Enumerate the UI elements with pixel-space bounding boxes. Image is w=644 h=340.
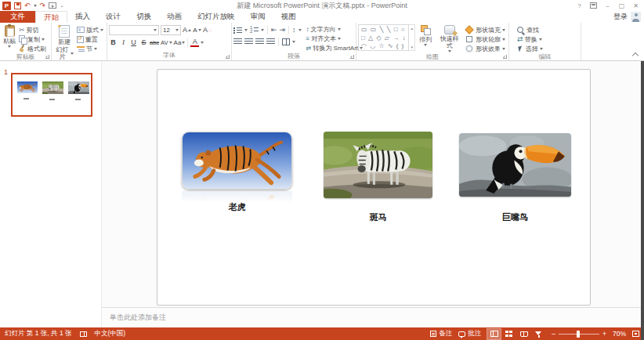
- tiger-caption[interactable]: 老虎: [182, 201, 292, 213]
- minimize-button[interactable]: –: [601, 1, 614, 11]
- divider: [288, 26, 289, 34]
- font-size-combo[interactable]: 12: [161, 25, 181, 35]
- line-spacing-icon[interactable]: ↕: [292, 27, 296, 34]
- font-color-button[interactable]: A: [190, 38, 199, 47]
- increase-indent-icon[interactable]: ⇥: [280, 27, 286, 34]
- tab-view[interactable]: 视图: [273, 11, 304, 23]
- copy-button[interactable]: 复制: [17, 34, 48, 44]
- tab-insert[interactable]: 插入: [67, 11, 98, 23]
- comments-toggle-button[interactable]: 批注: [458, 329, 481, 338]
- decrease-indent-icon[interactable]: ⇤: [271, 27, 277, 34]
- dialog-launcher-icon[interactable]: [226, 55, 230, 59]
- dropdown-arrow-icon[interactable]: [201, 42, 204, 44]
- arrange-button[interactable]: 排列: [415, 24, 436, 53]
- dialog-launcher-icon[interactable]: [45, 55, 49, 59]
- italic-button[interactable]: I: [119, 38, 128, 47]
- help-button[interactable]: ?: [573, 1, 586, 11]
- language-indicator[interactable]: 中文(中国): [95, 329, 126, 338]
- slide[interactable]: 老虎 斑马 巨嘴鸟: [157, 69, 591, 306]
- notes-area[interactable]: 单击此处添加备注: [102, 307, 644, 327]
- toucan-picture[interactable]: [459, 133, 571, 197]
- scroll-up-icon[interactable]: ▴: [411, 26, 414, 31]
- shapes-gallery-scrollbar[interactable]: ▴ ▾: [409, 24, 415, 51]
- cut-button[interactable]: 剪切: [17, 25, 48, 34]
- strikethrough-button[interactable]: S: [139, 38, 148, 47]
- dialog-launcher-icon[interactable]: [350, 55, 354, 59]
- close-button[interactable]: ✕: [629, 1, 642, 11]
- undo-dropdown-arrow-icon[interactable]: [34, 5, 37, 7]
- format-painter-icon: [19, 45, 26, 52]
- bullets-icon[interactable]: [233, 27, 242, 34]
- reading-view-button[interactable]: [517, 329, 530, 339]
- powerpoint-logo-icon[interactable]: P: [2, 2, 11, 10]
- ribbon-display-options-button[interactable]: [587, 1, 600, 11]
- slide-counter[interactable]: 幻灯片 第 1 张, 共 1 张: [5, 329, 72, 338]
- scroll-down-icon[interactable]: ▾: [411, 45, 414, 49]
- slide-thumbnail[interactable]: [11, 73, 92, 117]
- reset-button[interactable]: 重置: [75, 34, 105, 44]
- quick-styles-button[interactable]: 快速样式: [436, 24, 463, 53]
- qat-customize-icon[interactable]: ⌄: [60, 2, 64, 9]
- clear-formatting-button[interactable]: A◌: [203, 25, 212, 34]
- zoom-percentage[interactable]: 70%: [613, 330, 626, 338]
- zebra-picture[interactable]: [324, 132, 432, 198]
- convert-to-smartart-button[interactable]: ⇄转换为 SmartArt: [305, 43, 364, 52]
- tab-file[interactable]: 文件: [0, 11, 35, 23]
- bold-button[interactable]: B: [109, 38, 118, 47]
- columns-icon[interactable]: [282, 38, 290, 45]
- shapes-gallery[interactable]: ▭ ▭ ╲ ╲ □ ○ □ △ ◇ ▱ → ↓ ◠ ◡ ☆ ∿ ( ): [358, 24, 409, 51]
- notes-toggle-button[interactable]: 备注: [430, 329, 452, 338]
- start-slideshow-icon[interactable]: [49, 2, 56, 9]
- character-spacing-button[interactable]: AV: [161, 38, 172, 47]
- font-name-combo[interactable]: [109, 25, 159, 35]
- tab-home[interactable]: 开始: [35, 11, 67, 23]
- tab-animations[interactable]: 动画: [159, 11, 190, 23]
- section-button[interactable]: 节: [75, 44, 105, 53]
- select-button[interactable]: 选择: [516, 44, 545, 53]
- zoom-slider-thumb[interactable]: [577, 331, 580, 338]
- zoom-slider[interactable]: [559, 334, 599, 335]
- toucan-caption[interactable]: 巨嘴鸟: [459, 212, 571, 223]
- align-text-button[interactable]: ≡对齐文本: [305, 34, 364, 43]
- layout-button[interactable]: 版式: [75, 25, 105, 34]
- new-slide-button[interactable]: 新建 幻灯片: [53, 24, 75, 61]
- shape-effects-button[interactable]: 形状效果: [463, 44, 507, 53]
- text-shadow-button[interactable]: abc: [150, 38, 159, 47]
- zoom-in-button[interactable]: +: [602, 330, 606, 338]
- align-center-icon[interactable]: [244, 38, 253, 45]
- tab-transitions[interactable]: 切换: [128, 11, 159, 23]
- shape-fill-button[interactable]: 形状填充: [463, 25, 507, 34]
- find-button[interactable]: 查找: [516, 25, 545, 34]
- text-direction-button[interactable]: ↕文字方向: [305, 24, 364, 34]
- tab-slideshow[interactable]: 幻灯片放映: [190, 11, 243, 23]
- tab-review[interactable]: 审阅: [243, 11, 273, 23]
- underline-button[interactable]: U: [129, 38, 138, 47]
- shrink-font-button[interactable]: A: [193, 25, 201, 34]
- justify-icon[interactable]: [266, 38, 275, 45]
- tiger-picture[interactable]: [182, 132, 292, 190]
- sign-in[interactable]: 登录: [613, 11, 641, 23]
- redo-icon[interactable]: ↷: [40, 2, 46, 9]
- proofing-icon[interactable]: [80, 331, 87, 337]
- grow-font-button[interactable]: A: [183, 25, 191, 34]
- zoom-out-button[interactable]: –: [552, 330, 555, 338]
- dialog-launcher-icon[interactable]: [503, 55, 507, 59]
- undo-icon[interactable]: ↶: [24, 2, 31, 9]
- maximize-button[interactable]: ▢: [615, 1, 628, 11]
- shape-outline-button[interactable]: 形状轮廓: [463, 34, 507, 44]
- slide-sorter-view-button[interactable]: [502, 329, 516, 339]
- align-right-icon[interactable]: [255, 38, 264, 45]
- paste-button[interactable]: 粘贴: [2, 24, 17, 53]
- tab-design[interactable]: 设计: [98, 11, 128, 23]
- zebra-caption[interactable]: 斑马: [324, 212, 432, 223]
- format-painter-button[interactable]: 格式刷: [17, 44, 48, 53]
- align-left-icon[interactable]: [233, 38, 242, 45]
- fit-slide-to-window-icon[interactable]: [632, 331, 639, 337]
- normal-view-button[interactable]: [487, 329, 501, 339]
- change-case-button[interactable]: Aa: [174, 38, 186, 47]
- replace-button[interactable]: 替换: [516, 34, 545, 44]
- numbering-icon[interactable]: [250, 27, 259, 34]
- save-icon[interactable]: [14, 2, 21, 9]
- slideshow-view-button[interactable]: [532, 329, 545, 339]
- dropdown-arrow-icon: [100, 29, 103, 31]
